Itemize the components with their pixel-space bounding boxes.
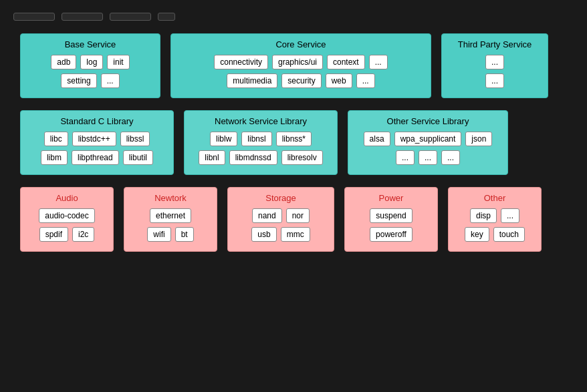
network-driver-title: Newtork xyxy=(131,193,210,203)
power-driver-title: Power xyxy=(352,193,431,203)
drv-suspend: suspend xyxy=(370,208,412,223)
base-log: log xyxy=(80,55,103,69)
lib-libnl: libnl xyxy=(199,150,225,165)
core-security: security xyxy=(281,73,321,88)
drv-nand: nand xyxy=(252,208,282,223)
lib-libc: libc xyxy=(44,132,68,146)
net-lib-row2: libnl libmdnssd libresolv xyxy=(191,150,330,165)
lib-libnsl: libnsl xyxy=(241,132,271,146)
other-drv-row2: key touch xyxy=(455,227,534,242)
other-e2: ... xyxy=(419,150,437,165)
storage-driver-box: Storage nand nor usb mmc xyxy=(227,187,334,252)
base-service-title: Base Service xyxy=(27,39,153,49)
drivers-row: Audio audio-codec spdif i2c Newtork ethe… xyxy=(20,187,567,252)
other-library-box: Other Service Library alsa wpa_supplican… xyxy=(348,110,508,175)
base-service-row2: setting ... xyxy=(27,73,153,88)
third-party-row1: ... xyxy=(449,55,541,69)
third-party-ellipsis2: ... xyxy=(485,73,504,88)
base-init: init xyxy=(107,55,129,69)
core-service-row1: connectivity graphics/ui context ... xyxy=(178,55,424,69)
main-content: Base Service adb log init setting ... Co… xyxy=(0,33,587,252)
other-lib-row2: ... ... ... xyxy=(355,150,501,165)
core-connectivity: connectivity xyxy=(214,55,268,69)
base-ellipsis: ... xyxy=(101,73,120,88)
lib-json: json xyxy=(465,132,492,146)
lib-libmdnssd: libmdnssd xyxy=(229,150,277,165)
base-adb: adb xyxy=(51,55,76,69)
drv-key: key xyxy=(465,227,489,242)
net-lib-row1: liblw libnsl libnss* xyxy=(191,132,330,146)
third-party-title: Third Party Service xyxy=(449,39,541,49)
drv-spdif: spdif xyxy=(39,227,68,242)
lib-wpa: wpa_supplicant xyxy=(394,132,462,146)
drv-audio-codec: audio-codec xyxy=(39,208,94,223)
base-service-box: Base Service adb log init setting ... xyxy=(20,33,160,98)
libraries-row: Standard C Library libc libstdc++ libssl… xyxy=(20,110,567,175)
other-library-title: Other Service Library xyxy=(355,116,501,126)
other-driver-box: Other disp ... key touch xyxy=(448,187,542,252)
base-service-row1: adb log init xyxy=(27,55,153,69)
audio-row1: audio-codec xyxy=(27,208,106,223)
top-bar xyxy=(0,0,587,33)
storage-row2: usb mmc xyxy=(235,227,327,242)
drv-bt: bt xyxy=(175,227,194,242)
drv-i2c: i2c xyxy=(72,227,94,242)
lib-alsa: alsa xyxy=(364,132,390,146)
drv-ethernet: ethernet xyxy=(150,208,191,223)
power-row2: poweroff xyxy=(352,227,431,242)
core-web: web xyxy=(326,73,352,88)
net-library-box: Network Service Library liblw libnsl lib… xyxy=(184,110,338,175)
storage-row1: nand nor xyxy=(235,208,327,223)
other-drv-row1: disp ... xyxy=(455,208,534,223)
other-driver-title: Other xyxy=(455,193,534,203)
drv-touch: touch xyxy=(493,227,525,242)
top-button-3[interactable] xyxy=(110,13,151,21)
core-service-title: Core Service xyxy=(178,39,424,49)
drv-disp: disp xyxy=(470,208,497,223)
std-library-title: Standard C Library xyxy=(27,116,166,126)
top-button-2[interactable] xyxy=(62,13,103,21)
services-row: Base Service adb log init setting ... Co… xyxy=(20,33,567,98)
lib-libresolv: libresolv xyxy=(281,150,323,165)
power-driver-box: Power suspend poweroff xyxy=(344,187,438,252)
std-lib-row2: libm libpthread libutil xyxy=(27,150,166,165)
core-graphics: graphics/ui xyxy=(272,55,323,69)
net-library-title: Network Service Library xyxy=(191,116,330,126)
lib-liblw: liblw xyxy=(210,132,237,146)
base-setting: setting xyxy=(61,73,96,88)
third-party-row2: ... xyxy=(449,73,541,88)
core-context: context xyxy=(327,55,365,69)
power-row1: suspend xyxy=(352,208,431,223)
core-multimedia: multimedia xyxy=(227,73,277,88)
other-lib-row1: alsa wpa_supplicant json xyxy=(355,132,501,146)
drv-usb: usb xyxy=(251,227,276,242)
lib-libutil: libutil xyxy=(123,150,153,165)
network-driver-box: Newtork ethernet wifi bt xyxy=(124,187,217,252)
drv-poweroff: poweroff xyxy=(370,227,413,242)
drv-mmc: mmc xyxy=(281,227,310,242)
audio-driver-title: Audio xyxy=(27,193,106,203)
audio-driver-box: Audio audio-codec spdif i2c xyxy=(20,187,114,252)
core-service-row2: multimedia security web ... xyxy=(178,73,424,88)
drv-nor: nor xyxy=(286,208,310,223)
lib-libssl: libssl xyxy=(120,132,150,146)
drv-other-e1: ... xyxy=(501,208,519,223)
network-row1: ethernet xyxy=(131,208,210,223)
core-ellipsis2: ... xyxy=(356,73,375,88)
network-row2: wifi bt xyxy=(131,227,210,242)
top-button-1[interactable] xyxy=(13,13,55,21)
lib-libstdcpp: libstdc++ xyxy=(72,132,116,146)
other-e1: ... xyxy=(396,150,415,165)
top-button-4[interactable] xyxy=(158,13,175,21)
std-library-box: Standard C Library libc libstdc++ libssl… xyxy=(20,110,174,175)
other-e3: ... xyxy=(441,150,460,165)
lib-libm: libm xyxy=(41,150,68,165)
lib-libnss: libnss* xyxy=(276,132,312,146)
audio-row2: spdif i2c xyxy=(27,227,106,242)
drv-wifi: wifi xyxy=(147,227,170,242)
core-ellipsis1: ... xyxy=(369,55,388,69)
core-service-box: Core Service connectivity graphics/ui co… xyxy=(170,33,431,98)
storage-driver-title: Storage xyxy=(235,193,327,203)
lib-libpthread: libpthread xyxy=(72,150,119,165)
third-party-ellipsis1: ... xyxy=(485,55,504,69)
